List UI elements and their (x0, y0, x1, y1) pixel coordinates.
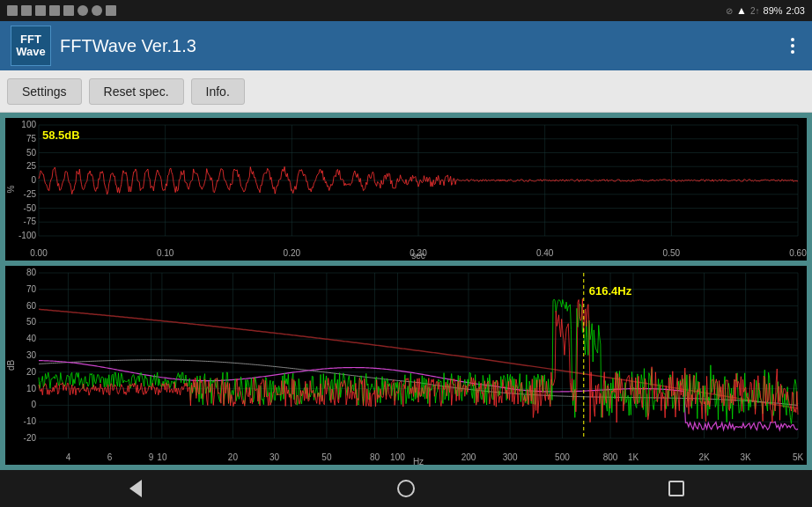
back-button[interactable] (109, 475, 162, 502)
fft-logo: FFT Wave (11, 26, 51, 66)
fft-chart (5, 266, 807, 465)
logo-line2: Wave (16, 46, 45, 58)
app-header: FFT Wave FFTWave Ver.1.3 (0, 21, 812, 70)
home-icon (397, 480, 415, 497)
dot1 (791, 38, 794, 41)
no-sim-icon: ⊘ (726, 6, 733, 16)
logo-line1: FFT (20, 33, 41, 46)
status-icons-left (7, 5, 116, 16)
menu-button[interactable] (784, 31, 801, 61)
notification-icon (7, 5, 18, 16)
nav-bar (0, 470, 812, 507)
yahoo2-icon (49, 5, 60, 16)
recent-apps-button[interactable] (650, 475, 703, 502)
settings-button[interactable]: Settings (7, 78, 82, 105)
yahoo-icon (35, 5, 46, 16)
reset-spec-button[interactable]: Reset spec. (89, 78, 184, 105)
recent-apps-icon (668, 481, 684, 496)
status-bar: ⊘ ▲ 2↑ 89% 2:03 (0, 0, 812, 21)
signal-icon: 2↑ (750, 6, 760, 16)
dot3 (791, 50, 794, 54)
app-logo-area: FFT Wave FFTWave Ver.1.3 (11, 26, 196, 66)
fft-canvas (5, 266, 807, 465)
toolbar: Settings Reset spec. Info. (0, 70, 812, 113)
home-button[interactable] (380, 475, 432, 502)
app-icon2 (78, 5, 88, 16)
back-icon (129, 480, 142, 497)
app-icon1 (63, 5, 74, 16)
photo-icon (21, 5, 32, 16)
status-icons-right: ⊘ ▲ 2↑ 89% 2:03 (726, 4, 805, 17)
charts-area (0, 113, 812, 470)
battery-pct: 89% (764, 5, 783, 16)
wave-canvas (5, 118, 807, 261)
wifi-icon: ▲ (736, 4, 747, 17)
wave-chart (5, 118, 807, 261)
app-title: FFTWave Ver.1.3 (60, 36, 196, 56)
app-icon3 (92, 5, 102, 16)
clock: 2:03 (786, 5, 805, 16)
dot2 (791, 44, 794, 48)
app-icon4 (106, 5, 116, 16)
info-button[interactable]: Info. (191, 78, 245, 105)
